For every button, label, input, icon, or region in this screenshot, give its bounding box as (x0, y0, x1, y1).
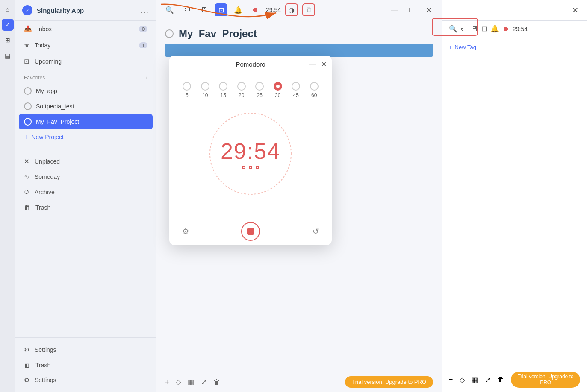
archive-icon: ↺ (24, 188, 29, 196)
trash-icon: 🗑 (24, 204, 30, 211)
icon-rail: ⌂ ✓ ⊞ ▦ (0, 0, 15, 392)
trash-bottom-icon[interactable]: 🗑 (213, 378, 220, 386)
time-option-30[interactable]: 30 (274, 82, 282, 98)
time-radio-10[interactable] (201, 82, 209, 91)
display-right-icon[interactable]: 🖥 (471, 25, 478, 33)
pomodoro-minimize[interactable]: — (309, 60, 316, 68)
nav-item-inbox[interactable]: 📥 Inbox 0 (15, 21, 156, 37)
project-my-app[interactable]: My_app (15, 83, 156, 99)
time-option-45[interactable]: 45 (292, 82, 300, 98)
time-option-25[interactable]: 25 (255, 82, 264, 98)
search-right-icon[interactable]: 🔍 (449, 25, 457, 33)
task-progress-bar (165, 44, 433, 57)
camera-icon[interactable]: ⊡ (215, 3, 227, 16)
stop-button[interactable] (241, 222, 260, 241)
time-radio-25[interactable] (255, 82, 264, 91)
today-count: 1 (139, 42, 147, 48)
nav-settings-footer[interactable]: ⚙ Settings (15, 372, 156, 388)
tag-icon[interactable]: 🏷 (180, 3, 193, 16)
move-footer-icon[interactable]: ⤢ (485, 376, 490, 384)
display-icon[interactable]: 🖥 (198, 3, 210, 16)
nav-archive[interactable]: ↺ Archive (15, 184, 156, 200)
settings-footer-icon: ⚙ (24, 376, 29, 384)
nav-item-upcoming[interactable]: ⊡ Upcoming (15, 53, 156, 70)
new-tag-button[interactable]: + New Tag (449, 44, 476, 50)
add-right-icon[interactable]: + (449, 376, 453, 383)
project-status-circle (165, 29, 174, 38)
time-label-25: 25 (257, 92, 263, 98)
move-icon[interactable]: ⤢ (201, 378, 206, 386)
search-icon[interactable]: 🔍 (163, 3, 176, 16)
time-option-15[interactable]: 15 (219, 82, 227, 98)
record-right-icon[interactable]: ⏺ (502, 25, 509, 33)
project-softpedia-test[interactable]: Softpedia_test (15, 99, 156, 114)
nav-settings[interactable]: ⚙ Settings (15, 342, 156, 357)
grid-footer-icon[interactable]: ▦ (472, 376, 478, 384)
close-window-icon[interactable]: ✕ (422, 3, 435, 16)
favorites-chevron[interactable]: › (146, 75, 147, 81)
new-project-label: New Project (31, 134, 63, 140)
nav-trash[interactable]: 🗑 Trash (15, 200, 156, 215)
trash-footer-label: Trash (35, 362, 50, 369)
upgrade-right-button[interactable]: Trial version. Upgrade to PRO (511, 372, 580, 388)
timer-circle-container: 29:54 (178, 107, 323, 201)
time-radio-20[interactable] (237, 82, 246, 91)
sidebar-nav: 📥 Inbox 0 ★ Today 1 ⊡ Upcoming Favorites… (15, 21, 156, 337)
timer-right-display: 29:54 (513, 26, 528, 32)
camera-right-icon[interactable]: ⊡ (481, 25, 487, 33)
trash-label: Trash (35, 204, 50, 211)
favorites-label: Favorites (24, 75, 45, 81)
project-label-fav: My_Fav_Project (36, 118, 79, 125)
grid-bottom-icon[interactable]: ▦ (188, 378, 194, 386)
theme-icon[interactable]: ◑ (285, 3, 298, 16)
nav-someday[interactable]: ∿ Someday (15, 169, 156, 184)
maximize-icon[interactable]: □ (405, 3, 418, 16)
record-icon[interactable]: ⏺ (249, 3, 262, 16)
reset-ctrl[interactable]: ↺ (308, 224, 323, 239)
pomodoro-title: Pomodoro (236, 61, 265, 68)
time-radio-45[interactable] (292, 82, 300, 91)
add-task-icon[interactable]: + (165, 378, 169, 386)
upcoming-label: Upcoming (35, 58, 147, 65)
archive-label: Archive (35, 189, 55, 196)
project-my-fav-project[interactable]: My_Fav_Project (19, 114, 153, 129)
trash-right-icon[interactable]: 🗑 (497, 376, 504, 383)
bell-right-icon[interactable]: 🔔 (490, 25, 499, 33)
new-tag-label: New Tag (455, 44, 476, 50)
time-radio-60[interactable] (310, 82, 319, 91)
nav-unplaced[interactable]: ✕ Unplaced (15, 154, 156, 169)
pomodoro-titlebar: Pomodoro — ✕ (169, 56, 332, 73)
expand-icon[interactable]: ⧉ (302, 3, 315, 16)
right-panel-close[interactable]: ✕ (570, 5, 580, 15)
sidebar-menu-dots[interactable]: ... (140, 6, 149, 15)
new-project-button[interactable]: + New Project (15, 129, 156, 145)
grid-icon[interactable]: ⊞ (2, 34, 14, 46)
time-radio-15[interactable] (219, 82, 227, 91)
tag-footer-icon[interactable]: ◇ (460, 376, 465, 384)
time-radio-5[interactable] (183, 82, 191, 91)
time-option-10[interactable]: 10 (201, 82, 209, 98)
tag-bottom-icon[interactable]: ◇ (176, 378, 181, 386)
time-radio-30[interactable] (274, 82, 282, 91)
dot-1 (242, 166, 245, 169)
pomodoro-dialog: Pomodoro — ✕ 5 10 (169, 56, 332, 245)
settings-footer-label: Settings (35, 377, 56, 383)
time-option-5[interactable]: 5 (183, 82, 191, 98)
pomodoro-close[interactable]: ✕ (321, 60, 327, 68)
plus-icon: + (24, 133, 28, 141)
calendar-icon[interactable]: ▦ (2, 50, 14, 61)
bell-icon[interactable]: 🔔 (232, 3, 245, 16)
home-icon[interactable]: ⌂ (2, 3, 14, 15)
nav-trash-footer[interactable]: 🗑 Trash (15, 357, 156, 372)
time-option-60[interactable]: 60 (310, 82, 319, 98)
upgrade-button[interactable]: Trial version. Upgrade to PRO (345, 376, 433, 388)
someday-icon: ∿ (24, 173, 29, 181)
right-panel-dots[interactable]: ··· (531, 24, 540, 33)
minimize-icon[interactable]: — (388, 3, 401, 16)
nav-item-today[interactable]: ★ Today 1 (15, 37, 156, 53)
tasks-icon[interactable]: ✓ (2, 19, 14, 31)
tag-right-icon[interactable]: 🏷 (461, 25, 468, 33)
settings-ctrl[interactable]: ⚙ (178, 224, 193, 239)
time-option-20[interactable]: 20 (237, 82, 246, 98)
bottom-toolbar: + ◇ ▦ ⤢ 🗑 Trial version. Upgrade to PRO (156, 372, 442, 392)
